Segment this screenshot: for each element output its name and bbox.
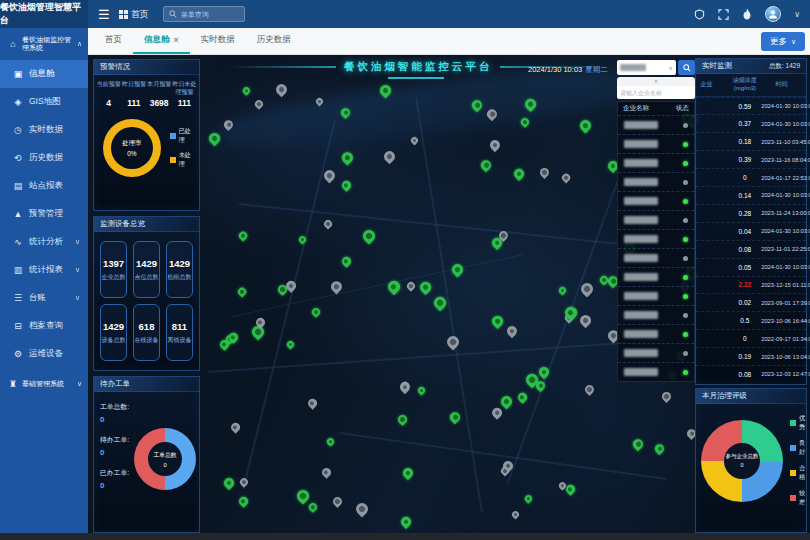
map-pin-offline[interactable] bbox=[510, 509, 520, 519]
map-pin-online[interactable] bbox=[285, 339, 295, 349]
map-pin-online[interactable] bbox=[361, 227, 378, 244]
realtime-row[interactable]: 0.372024-01-30 10:03:00 bbox=[696, 114, 806, 132]
company-row[interactable] bbox=[618, 115, 694, 134]
map-pin-online[interactable] bbox=[341, 256, 353, 268]
realtime-row[interactable]: 02022-09-17 01:34:00 bbox=[696, 329, 806, 347]
map-pin-online[interactable] bbox=[237, 496, 249, 508]
map-pin-offline[interactable] bbox=[382, 149, 398, 165]
realtime-row[interactable]: 0.082023-11-01 22:25:00 bbox=[696, 240, 806, 258]
map-pin-online[interactable] bbox=[310, 306, 322, 318]
company-row[interactable] bbox=[618, 134, 694, 153]
map-pin-online[interactable] bbox=[490, 314, 505, 329]
realtime-row[interactable]: 0.052024-01-30 10:03:00 bbox=[696, 258, 806, 276]
map-pin-online[interactable] bbox=[399, 515, 413, 529]
realtime-row[interactable]: 0.042024-01-30 10:03:00 bbox=[696, 222, 806, 240]
map-pin-offline[interactable] bbox=[405, 281, 417, 293]
sidebar-item[interactable]: ▲预警管理 bbox=[0, 200, 88, 228]
map-pin-online[interactable] bbox=[340, 150, 356, 166]
chevron-down-icon[interactable]: ∨ bbox=[794, 10, 800, 19]
map-pin-online[interactable] bbox=[517, 391, 529, 403]
hamburger-icon[interactable]: ☰ bbox=[98, 7, 110, 22]
area-select[interactable]: ∨ bbox=[617, 60, 676, 75]
map-pin-offline[interactable] bbox=[331, 495, 344, 508]
company-name-input[interactable] bbox=[620, 90, 692, 96]
breadcrumb[interactable]: 首页 bbox=[119, 8, 149, 21]
sidebar-item[interactable]: ◷实时数据 bbox=[0, 116, 88, 144]
map-pin-online[interactable] bbox=[557, 286, 567, 296]
realtime-row[interactable]: 0.182023-11-10 03:45:00 bbox=[696, 132, 806, 150]
realtime-row[interactable]: 0.392023-11-16 08:04:00 bbox=[696, 150, 806, 168]
company-row[interactable] bbox=[618, 191, 694, 210]
map-pin-offline[interactable] bbox=[490, 406, 504, 420]
map-pin-online[interactable] bbox=[653, 442, 666, 455]
map-pin-offline[interactable] bbox=[229, 421, 241, 433]
map-pin-online[interactable] bbox=[449, 262, 465, 278]
company-row[interactable] bbox=[618, 286, 694, 305]
close-icon[interactable]: × bbox=[174, 35, 179, 45]
map-pin-online[interactable] bbox=[479, 158, 494, 173]
sidebar-item[interactable]: ⚙运维设备 bbox=[0, 340, 88, 368]
map-pin-offline[interactable] bbox=[397, 380, 411, 394]
realtime-row[interactable]: 0.592024-01-30 10:03:00 bbox=[696, 97, 806, 115]
company-row[interactable] bbox=[618, 210, 694, 229]
map-pin-offline[interactable] bbox=[273, 82, 289, 98]
menu-search[interactable] bbox=[163, 6, 245, 22]
tab[interactable]: 首页 bbox=[94, 28, 133, 54]
realtime-row[interactable]: 0.192023-10-06 13:04:00 bbox=[696, 347, 806, 365]
map-pin-online[interactable] bbox=[295, 488, 312, 505]
map-pin-offline[interactable] bbox=[560, 172, 571, 183]
company-row[interactable] bbox=[618, 324, 694, 343]
map-pin-offline[interactable] bbox=[577, 313, 592, 328]
map-pin-online[interactable] bbox=[448, 410, 463, 425]
realtime-row[interactable]: 0.082023-12-03 12:47:00 bbox=[696, 365, 806, 383]
map-pin-online[interactable] bbox=[416, 386, 426, 396]
shield-icon[interactable] bbox=[694, 9, 705, 20]
map-pin-online[interactable] bbox=[326, 436, 336, 446]
realtime-row[interactable]: 0.282023-11-24 13:00:00 bbox=[696, 204, 806, 222]
sidebar-item[interactable]: ☰台账∨ bbox=[0, 284, 88, 312]
map-pin-online[interactable] bbox=[631, 437, 646, 452]
map-pin-offline[interactable] bbox=[445, 334, 462, 351]
realtime-row[interactable]: 0.022023-09-01 17:39:00 bbox=[696, 293, 806, 311]
sidebar-item[interactable]: ∿统计分析∨ bbox=[0, 228, 88, 256]
map-pin-offline[interactable] bbox=[322, 168, 338, 184]
company-row[interactable] bbox=[618, 229, 694, 248]
map-pin-offline[interactable] bbox=[322, 219, 333, 230]
sidebar-item[interactable]: ▣信息舱 bbox=[0, 60, 88, 88]
company-row[interactable] bbox=[618, 305, 694, 324]
map-pin-online[interactable] bbox=[307, 502, 319, 514]
company-row[interactable] bbox=[618, 153, 694, 172]
sidebar-group-header[interactable]: ⌂餐饮油烟监控管理系统∧ bbox=[0, 28, 88, 60]
map-pin-online[interactable] bbox=[418, 280, 433, 295]
tab[interactable]: 信息舱× bbox=[133, 28, 190, 54]
sidebar-item[interactable]: ⟲历史数据 bbox=[0, 144, 88, 172]
realtime-row[interactable]: 0.52023-10-06 16:44:00 bbox=[696, 311, 806, 329]
map-pin-online[interactable] bbox=[401, 466, 415, 480]
map-pin-online[interactable] bbox=[238, 230, 249, 241]
map-pin-offline[interactable] bbox=[320, 466, 332, 478]
map-pin-offline[interactable] bbox=[505, 323, 519, 337]
map-pin-offline[interactable] bbox=[583, 383, 596, 396]
map-pin-online[interactable] bbox=[396, 413, 409, 426]
map-pin-online[interactable] bbox=[236, 287, 247, 298]
company-row[interactable] bbox=[618, 343, 694, 362]
fullscreen-icon[interactable] bbox=[718, 9, 729, 20]
map-pin-offline[interactable] bbox=[538, 166, 551, 179]
tab[interactable]: 历史数据 bbox=[246, 28, 302, 54]
search-input[interactable] bbox=[181, 11, 239, 18]
map-pin-online[interactable] bbox=[431, 295, 448, 312]
company-row[interactable] bbox=[618, 248, 694, 267]
map-pin-offline[interactable] bbox=[488, 138, 502, 152]
map-pin-online[interactable] bbox=[222, 476, 236, 490]
sidebar-group-header[interactable]: ♜基础管理系统∨ bbox=[0, 368, 88, 400]
realtime-row[interactable]: 02024-01-17 22:53:00 bbox=[696, 168, 806, 186]
more-button[interactable]: 更多 ∨ bbox=[761, 32, 805, 51]
company-row[interactable] bbox=[618, 267, 694, 286]
map-pin-offline[interactable] bbox=[253, 98, 265, 110]
sidebar-item[interactable]: ▤站点报表 bbox=[0, 172, 88, 200]
sidebar-item[interactable]: ⊟档案查询 bbox=[0, 312, 88, 340]
collapse-handle[interactable]: ∧ bbox=[617, 77, 695, 86]
avatar[interactable] bbox=[765, 6, 781, 22]
company-search-button[interactable] bbox=[678, 60, 695, 75]
map-pin-offline[interactable] bbox=[660, 390, 673, 403]
